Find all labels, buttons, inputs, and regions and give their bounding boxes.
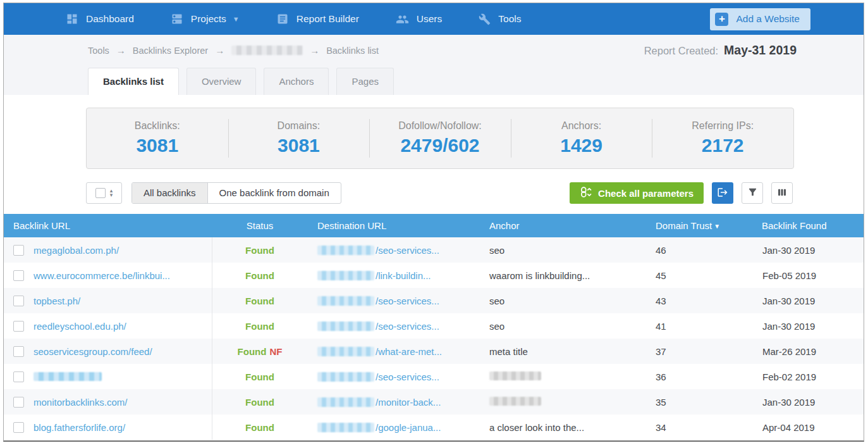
table-row: seoservicesgroup.com/feed/ FoundNF /what… (4, 339, 864, 364)
row-checkbox[interactable] (13, 321, 24, 332)
stat-value: 3081 (136, 135, 178, 156)
destination-url-link[interactable]: /seo-services... (376, 321, 439, 332)
backlink-url-link[interactable]: blog.fathersforlife.org/ (34, 422, 125, 433)
nav-item-tools[interactable]: Tools (479, 13, 521, 25)
tab-anchors[interactable]: Anchors (264, 68, 329, 95)
table-row: www.eurocommerce.be/linkbui... Found /li… (4, 263, 864, 288)
destination-url-cell: /link-buildin... (307, 270, 479, 281)
column-header-domain-trust[interactable]: Domain Trust▼ (645, 220, 752, 231)
destination-url-link[interactable]: /seo-services... (376, 371, 439, 382)
status-found-label: Found (245, 245, 274, 256)
row-checkbox[interactable] (13, 422, 24, 433)
nav-label: Report Builder (296, 13, 359, 25)
backlink-url-link[interactable]: topbest.ph/ (34, 296, 80, 306)
anchor-cell: waarom is linkbuilding... (479, 270, 645, 281)
column-header-status[interactable]: Status (212, 220, 307, 231)
redacted-backlink-url (34, 372, 102, 381)
stat-referring-ips: Referring IPs: 2172 (652, 108, 793, 168)
status-found-label: Found (245, 371, 274, 382)
backlink-url-link[interactable]: megaglobal.com.ph/ (34, 245, 119, 256)
destination-url-cell: /seo-services... (307, 321, 479, 332)
anchor-text: seo (489, 296, 504, 306)
row-checkbox[interactable] (13, 397, 24, 408)
projects-icon (171, 13, 183, 25)
destination-url-link[interactable]: /what-are-met... (376, 346, 442, 357)
stats-summary-panel: Backlinks: 3081 Domains: 3081 Dofollow/N… (86, 108, 794, 169)
stat-value: 2479/602 (400, 135, 479, 156)
backlink-found-cell: Jan-30 2019 (752, 245, 864, 256)
destination-url-link[interactable]: /google-janua... (376, 422, 441, 433)
nav-label: Projects (191, 13, 226, 25)
tab-pages[interactable]: Pages (336, 68, 394, 95)
status-found-label: Found (245, 296, 274, 306)
backlink-found-cell: Feb-02 2019 (752, 371, 864, 382)
breadcrumb-tools[interactable]: Tools (88, 46, 109, 56)
nav-item-users[interactable]: Users (396, 13, 442, 26)
backlink-found-cell: Jan-30 2019 (752, 321, 864, 332)
anchor-text: seo (489, 245, 504, 256)
table-toolbar: ▴▾ All backlinks One backlink from domai… (86, 182, 793, 204)
row-checkbox[interactable] (13, 346, 24, 357)
all-backlinks-button[interactable]: All backlinks (132, 183, 208, 203)
backlink-url-link[interactable]: www.eurocommerce.be/linkbui... (34, 270, 170, 281)
select-all-dropdown[interactable]: ▴▾ (86, 182, 122, 204)
backlink-found-cell: Mar-26 2019 (752, 346, 864, 357)
destination-url-cell: /seo-services... (307, 245, 479, 256)
backlink-url-link[interactable]: seoservicesgroup.com/feed/ (34, 346, 152, 357)
destination-url-link[interactable]: /seo-services... (376, 245, 439, 256)
nav-label: Tools (498, 13, 521, 25)
column-header-backlink-url[interactable]: Backlink URL (4, 220, 212, 231)
breadcrumb-backlinks-explorer[interactable]: Backlinks Explorer (133, 46, 208, 56)
destination-url-link[interactable]: /seo-services... (376, 296, 439, 306)
backlink-url-cell: blog.fathersforlife.org/ (4, 415, 212, 440)
check-all-parameters-button[interactable]: Check all parameters (570, 182, 704, 204)
backlink-url-link[interactable]: reedleyschool.edu.ph/ (34, 321, 126, 332)
stat-label: Referring IPs: (692, 120, 754, 132)
backlink-found-cell: Jan-30 2019 (752, 296, 864, 306)
status-cell: Found (212, 245, 307, 256)
status-cell: Found (212, 422, 307, 433)
dashboard-icon (66, 13, 78, 25)
backlink-url-cell: megaglobal.com.ph/ (4, 237, 212, 263)
column-header-destination-url[interactable]: Destination URL (307, 220, 479, 231)
filter-funnel-icon (747, 187, 758, 199)
report-created: Report Created: May-31 2019 (644, 43, 797, 58)
one-backlink-from-domain-button[interactable]: One backlink from domain (208, 183, 341, 203)
breadcrumb-arrow-icon: → (215, 45, 224, 56)
destination-url-cell: /monitor-back... (307, 397, 479, 408)
row-checkbox[interactable] (13, 296, 24, 306)
export-button[interactable] (712, 182, 733, 204)
row-checkbox[interactable] (13, 371, 24, 382)
nav-item-report-builder[interactable]: Report Builder (276, 13, 359, 25)
subheader: Tools → Backlinks Explorer → → Backlinks… (4, 35, 864, 95)
stat-label: Domains: (278, 120, 321, 132)
column-header-anchor[interactable]: Anchor (479, 220, 645, 231)
tab-backlinks-list[interactable]: Backlinks list (88, 68, 179, 95)
destination-url-link[interactable]: /monitor-back... (376, 397, 441, 408)
row-checkbox[interactable] (13, 245, 24, 256)
redacted-destination-domain (317, 372, 374, 382)
app-window: Dashboard Projects ▼ Report Builder User… (3, 3, 864, 442)
filter-button[interactable] (742, 182, 763, 204)
status-cell: FoundNF (212, 346, 307, 357)
stat-label: Dofollow/Nofollow: (398, 120, 482, 132)
redacted-destination-domain (317, 271, 374, 280)
backlink-url-link[interactable]: monitorbacklinks.com/ (34, 397, 127, 408)
select-all-checkbox[interactable] (95, 188, 106, 198)
nav-item-dashboard[interactable]: Dashboard (66, 13, 134, 25)
stat-label: Backlinks: (135, 120, 180, 132)
breadcrumb-backlinks-list: Backlinks list (326, 46, 379, 56)
redacted-destination-domain (317, 347, 374, 356)
nav-item-projects[interactable]: Projects ▼ (171, 13, 240, 25)
tab-overview[interactable]: Overview (186, 68, 257, 95)
top-navbar: Dashboard Projects ▼ Report Builder User… (4, 3, 864, 35)
destination-url-link[interactable]: /link-buildin... (376, 270, 431, 281)
users-icon (396, 13, 409, 26)
column-header-backlink-found[interactable]: Backlink Found (752, 220, 864, 231)
add-a-website-button[interactable]: + Add a Website (710, 8, 810, 30)
row-checkbox[interactable] (13, 270, 24, 281)
anchor-cell (479, 371, 645, 382)
breadcrumb: Tools → Backlinks Explorer → → Backlinks… (88, 45, 379, 56)
columns-button[interactable] (771, 182, 793, 204)
sort-desc-icon: ▼ (714, 223, 720, 230)
